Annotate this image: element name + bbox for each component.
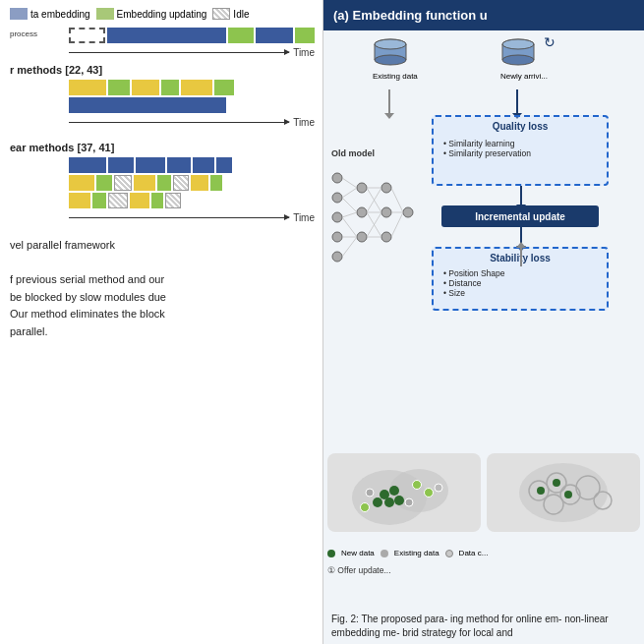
svg-line-28 — [342, 237, 357, 257]
existing-label: Existing data — [394, 549, 439, 557]
svg-point-3 — [375, 39, 406, 49]
svg-point-48 — [361, 503, 370, 512]
bar-y3 — [181, 80, 212, 95]
right-blob-box — [487, 453, 640, 532]
svg-line-30 — [342, 217, 357, 237]
header-text: (a) Embedding function u — [333, 8, 488, 23]
svg-point-2 — [375, 55, 406, 65]
newly-arriving-container: Newly arrivi... ↻ — [500, 38, 548, 81]
lg4 — [92, 193, 106, 208]
blob-legend: New data Existing data Data c... — [327, 549, 488, 557]
left-blob-box — [327, 453, 481, 532]
diagram-area: Existing data Newly arrivi... ↻ Qua — [323, 30, 644, 609]
framework-label: vel parallel framework — [10, 237, 315, 255]
svg-point-61 — [537, 487, 545, 495]
svg-point-15 — [332, 232, 342, 242]
time-arrow-3: Time — [10, 212, 315, 223]
ly1 — [69, 175, 94, 191]
svg-point-8 — [502, 55, 534, 65]
right-blob-svg — [487, 453, 640, 532]
svg-line-38 — [391, 188, 403, 212]
linear-methods-section: ear methods [37, 41] — [10, 142, 315, 223]
size: • Size — [443, 288, 505, 298]
legend-idle-label: Idle — [233, 9, 249, 20]
arrowhead-1 — [384, 113, 394, 119]
bar-dashed — [69, 28, 105, 43]
lb4 — [167, 157, 191, 173]
lg5 — [151, 193, 163, 208]
svg-point-44 — [389, 486, 399, 496]
svg-line-24 — [342, 178, 357, 188]
incremental-label: Incremental update — [475, 211, 565, 222]
bar-green-2 — [295, 28, 315, 43]
ly4 — [69, 193, 90, 208]
svg-point-16 — [332, 252, 342, 262]
bar-green-1 — [228, 28, 254, 43]
time-line-3 — [69, 217, 289, 218]
svg-point-19 — [357, 232, 367, 242]
existing-data-container: Existing data — [373, 38, 418, 81]
lh1 — [114, 175, 132, 191]
existing-data-label: Existing data — [373, 72, 418, 81]
legend: ta embedding Embedding updating Idle — [10, 8, 315, 20]
svg-point-49 — [413, 481, 422, 490]
svg-point-45 — [384, 498, 394, 507]
bar-y1 — [69, 80, 106, 95]
svg-point-23 — [403, 207, 413, 217]
newly-arriving-icon — [500, 38, 536, 66]
bar-g3 — [214, 80, 234, 95]
old-model-label: Old model — [331, 148, 375, 158]
quality-items: • Similarity learning • Similarity prese… — [443, 139, 531, 158]
prior-row-1 — [69, 80, 315, 95]
right-panel: (a) Embedding function u Existing data — [322, 0, 644, 644]
arrow-existing-down — [388, 89, 390, 114]
incremental-update-btn[interactable]: Incremental update — [441, 205, 599, 227]
svg-point-21 — [381, 207, 391, 217]
legend-idle-box — [212, 8, 230, 20]
svg-point-53 — [435, 484, 442, 492]
new-data-label: New data — [341, 549, 375, 557]
time-line-2 — [69, 122, 289, 123]
fig-caption-text: Fig. 2: The proposed para- ing method fo… — [331, 614, 609, 638]
neural-net-svg — [327, 158, 416, 276]
left-panel: ta embedding Embedding updating Idle pro… — [0, 0, 322, 644]
ly5 — [130, 193, 149, 208]
time-line-1 — [69, 52, 289, 53]
linear-gantt — [10, 157, 315, 208]
svg-point-63 — [564, 491, 572, 498]
linear-title: ear methods [37, 41] — [10, 142, 315, 153]
data-c-shape — [445, 550, 453, 557]
lg1 — [96, 175, 112, 191]
legend-updating-label: Embedding updating — [117, 9, 207, 20]
bar-g2 — [161, 80, 179, 95]
svg-point-9 — [502, 39, 534, 49]
bar-blue-long — [69, 97, 226, 113]
prior-gantt-2 — [10, 80, 315, 113]
blob-area — [327, 453, 640, 532]
legend-data-label: ta embedding — [30, 9, 90, 20]
svg-point-20 — [381, 183, 391, 193]
svg-point-22 — [381, 232, 391, 242]
svg-point-54 — [519, 463, 608, 522]
legend-updating-box — [96, 8, 114, 20]
prior-gantt: process — [10, 28, 315, 43]
svg-line-25 — [342, 188, 357, 198]
gantt-row-1 — [69, 28, 315, 43]
distance: • Distance — [443, 278, 505, 288]
svg-point-17 — [357, 183, 367, 193]
time-label-2: Time — [293, 117, 315, 128]
bar-blue-1 — [107, 28, 226, 43]
svg-point-50 — [425, 489, 434, 498]
svg-point-62 — [553, 479, 560, 487]
legend-data-box — [10, 8, 28, 20]
prior-methods-section: process Time r methods [22, 43] Time — [10, 28, 315, 128]
refresh-icon: ↻ — [544, 34, 556, 50]
svg-point-47 — [394, 496, 404, 505]
process-label: process — [10, 29, 37, 38]
quality-loss-box: Quality loss • Similarity learning • Sim… — [432, 115, 609, 186]
lb5 — [193, 157, 214, 173]
bar-y2 — [132, 80, 159, 95]
linear-row-3 — [69, 193, 315, 208]
stability-items: • Position Shape • Distance • Size — [443, 268, 505, 298]
svg-point-14 — [332, 212, 342, 222]
